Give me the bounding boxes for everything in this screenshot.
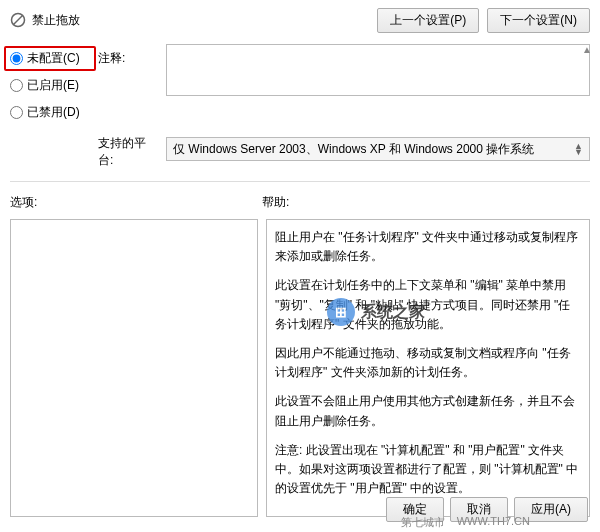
platform-box: 仅 Windows Server 2003、Windows XP 和 Windo… bbox=[166, 137, 590, 161]
radio-not-configured[interactable]: 未配置(C) bbox=[4, 46, 96, 71]
radio-disabled[interactable]: 已禁用(D) bbox=[10, 104, 90, 121]
prev-setting-button[interactable]: 上一个设置(P) bbox=[377, 8, 479, 33]
help-label: 帮助: bbox=[262, 195, 289, 209]
apply-button[interactable]: 应用(A) bbox=[514, 497, 588, 522]
platform-text: 仅 Windows Server 2003、Windows XP 和 Windo… bbox=[173, 141, 534, 158]
next-setting-button[interactable]: 下一个设置(N) bbox=[487, 8, 590, 33]
options-label: 选项: bbox=[10, 195, 37, 209]
radio-not-configured-input[interactable] bbox=[10, 52, 23, 65]
ok-button[interactable]: 确定 bbox=[386, 497, 444, 522]
dialog-title: 禁止拖放 bbox=[32, 12, 80, 29]
platform-label: 支持的平台: bbox=[98, 136, 146, 167]
help-paragraph: 注意: 此设置出现在 "计算机配置" 和 "用户配置" 文件夹中。如果对这两项设… bbox=[275, 441, 581, 499]
help-paragraph: 阻止用户在 "任务计划程序" 文件夹中通过移动或复制程序来添加或删除任务。 bbox=[275, 228, 581, 266]
options-panel bbox=[10, 219, 258, 517]
separator bbox=[10, 181, 590, 182]
radio-enabled-input[interactable] bbox=[10, 79, 23, 92]
help-panel[interactable]: 阻止用户在 "任务计划程序" 文件夹中通过移动或复制程序来添加或删除任务。 此设… bbox=[266, 219, 590, 517]
prohibit-icon bbox=[10, 12, 26, 28]
comments-textarea[interactable] bbox=[166, 44, 590, 96]
radio-disabled-input[interactable] bbox=[10, 106, 23, 119]
comments-label: 注释: bbox=[98, 51, 125, 65]
radio-enabled[interactable]: 已启用(E) bbox=[10, 77, 90, 94]
cancel-button[interactable]: 取消 bbox=[450, 497, 508, 522]
help-paragraph: 此设置不会阻止用户使用其他方式创建新任务，并且不会阻止用户删除任务。 bbox=[275, 392, 581, 430]
svg-line-1 bbox=[14, 16, 23, 25]
scroll-up-icon: ▲ bbox=[582, 44, 596, 58]
platform-down-icon[interactable]: ▼ bbox=[574, 149, 583, 155]
help-paragraph: 因此用户不能通过拖动、移动或复制文档或程序向 "任务计划程序" 文件夹添加新的计… bbox=[275, 344, 581, 382]
help-paragraph: 此设置在计划任务中的上下文菜单和 "编辑" 菜单中禁用 "剪切"、"复制" 和 … bbox=[275, 276, 581, 334]
